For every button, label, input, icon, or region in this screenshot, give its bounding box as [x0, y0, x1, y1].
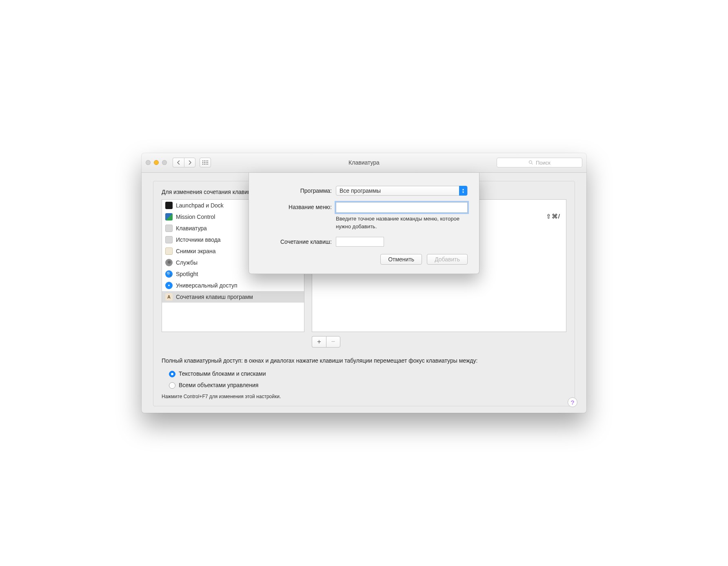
full-access-text: Полный клавиатурный доступ: в окнах и ди… — [162, 357, 566, 365]
list-item-label: Mission Control — [176, 214, 215, 220]
menu-title-label: Название меню: — [260, 202, 332, 210]
launchpad-icon — [165, 202, 173, 209]
application-label: Программа: — [260, 186, 332, 194]
row-shortcut: Сочетание клавиш: — [260, 237, 468, 247]
list-item-label: Spotlight — [176, 271, 198, 277]
show-all-button[interactable] — [200, 158, 211, 167]
shortcut-input[interactable] — [336, 237, 384, 247]
chevron-right-icon — [188, 160, 191, 165]
minimize-icon[interactable] — [154, 160, 159, 165]
radio-text-boxes[interactable]: Текстовыми блоками и списками — [169, 368, 566, 380]
list-item[interactable]: Универсальный доступ — [162, 280, 304, 291]
add-button[interactable]: + — [312, 336, 326, 348]
radio-group: Текстовыми блоками и списками Всеми объе… — [169, 368, 566, 391]
shortcut-value: ⇧⌘/ — [546, 213, 560, 220]
nav-buttons — [173, 158, 195, 167]
radio-icon — [169, 382, 175, 389]
row-menu-title: Название меню: Введите точное название к… — [260, 202, 468, 231]
radio-icon — [169, 371, 175, 377]
access-icon — [165, 282, 173, 289]
window-controls — [146, 160, 167, 165]
close-icon[interactable] — [146, 160, 151, 165]
keyboard-icon — [165, 225, 173, 232]
radio-label: Текстовыми блоками и списками — [179, 370, 266, 379]
spotlight-icon — [165, 270, 173, 278]
help-button[interactable]: ? — [568, 397, 577, 407]
sheet-buttons: Отменить Добавить — [260, 254, 468, 265]
list-item-label: Сочетания клавиш программ — [176, 294, 253, 300]
radio-label: Всеми объектами управления — [179, 381, 258, 390]
remove-button[interactable]: − — [326, 336, 340, 348]
add-shortcut-sheet: Программа: Все программы ▲▼ Название мен… — [249, 173, 479, 274]
apps-icon — [165, 293, 173, 301]
prefs-window: Клавиатура Поиск Для изменения сочетания… — [142, 153, 586, 413]
dropdown-value: Все программы — [340, 187, 381, 194]
grid-icon — [202, 160, 208, 165]
add-shortcut-button[interactable]: Добавить — [427, 254, 468, 265]
list-item-label: Источники ввода — [176, 236, 221, 243]
list-item-label: Универсальный доступ — [176, 282, 237, 289]
list-item-label: Launchpad и Dock — [176, 202, 224, 209]
menu-title-helper: Введите точное название команды меню, ко… — [336, 215, 468, 231]
services-icon — [165, 259, 173, 266]
add-remove-buttons: + − — [312, 336, 566, 348]
list-item[interactable]: Сочетания клавиш программ — [162, 291, 304, 303]
list-item-label: Снимки экрана — [176, 248, 215, 254]
full-keyboard-access: Полный клавиатурный доступ: в окнах и ди… — [162, 357, 566, 401]
radio-all-controls[interactable]: Всеми объектами управления — [169, 380, 566, 391]
menu-title-input[interactable] — [336, 202, 468, 213]
svg-line-1 — [531, 163, 533, 165]
chevron-left-icon — [177, 160, 180, 165]
search-icon — [528, 160, 533, 165]
search-placeholder: Поиск — [536, 160, 550, 166]
list-item-label: Службы — [176, 259, 198, 266]
full-access-hint: Нажмите Control+F7 для изменения этой на… — [162, 393, 566, 401]
updown-icon: ▲▼ — [459, 186, 467, 196]
screenshot-icon — [165, 247, 173, 255]
input-icon — [165, 236, 173, 243]
back-button[interactable] — [173, 158, 184, 167]
mission-icon — [165, 213, 173, 221]
list-item-label: Клавиатура — [176, 225, 207, 232]
svg-point-0 — [529, 161, 532, 164]
forward-button[interactable] — [184, 158, 195, 167]
application-dropdown[interactable]: Все программы ▲▼ — [336, 186, 468, 196]
shortcut-label: Сочетание клавиш: — [260, 237, 332, 245]
zoom-icon[interactable] — [162, 160, 167, 165]
titlebar: Клавиатура Поиск — [142, 153, 586, 173]
cancel-button[interactable]: Отменить — [380, 254, 422, 265]
search-input[interactable]: Поиск — [497, 158, 582, 167]
row-application: Программа: Все программы ▲▼ — [260, 186, 468, 196]
